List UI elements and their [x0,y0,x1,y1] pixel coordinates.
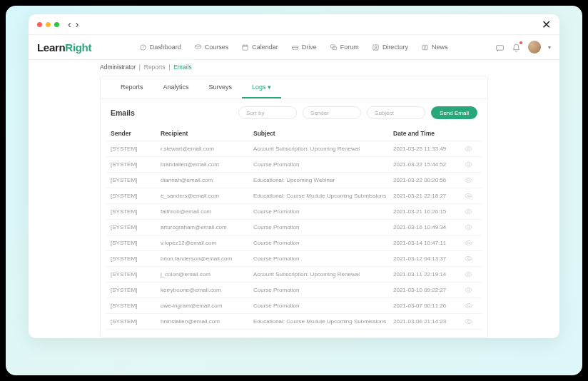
svg-rect-2 [292,46,298,49]
cell-subject: Course Promotion [253,208,393,215]
eye-icon[interactable] [465,302,472,310]
col-subject: Subject [253,130,393,137]
cell-subject: Educational: Upcoming Webinar [253,177,393,183]
cell-subject: Course Promotion [253,303,393,309]
eye-icon[interactable] [465,318,472,325]
cell-subject: Course Promotion [253,287,393,293]
window-minimize-dot[interactable] [46,22,51,27]
cell-recipient: e_sanders@email.com [161,193,253,199]
eye-icon[interactable] [465,255,472,263]
table-row: [SYSTEM]v.lopez12@email.comCourse Promot… [106,235,482,251]
tab-logs[interactable]: Logs ▾ [242,76,281,98]
col-recipient: Recipient [161,130,253,137]
cell-subject: Educational: Course Module Upcoming Subm… [253,318,393,325]
table-row: [SYSTEM]e_sanders@email.comEducational: … [106,188,482,204]
svg-point-16 [467,258,470,260]
breadcrumb-current: Emails [173,64,192,71]
nav-calendar[interactable]: Calendar [241,44,278,51]
cell-datetime: 2021-03-21 16:26:15 [393,208,465,215]
nav-directory[interactable]: Directory [372,44,408,51]
cell-recipient: brandallen@email.com [161,161,253,168]
cell-subject: Course Promotion [253,224,393,230]
nav-courses[interactable]: Courses [194,44,229,51]
sort-by-input[interactable] [238,106,297,119]
eye-icon[interactable] [465,270,472,278]
browser-window: ‹ › ✕ LearnRight DashboardCoursesCalenda… [29,14,559,338]
nav-forward-icon[interactable]: › [74,19,81,30]
cell-datetime: 2021-03-21 22:18:27 [393,193,465,199]
cell-sender: [SYSTEM] [111,255,161,262]
tab-reports[interactable]: Reports [111,76,153,98]
table-row: [SYSTEM]j_colon@email.comAccount Subscri… [106,267,482,283]
nav-label: Calendar [252,44,278,51]
svg-point-19 [467,305,470,307]
svg-point-11 [467,179,470,181]
cell-subject: Course Promotion [253,255,393,262]
eye-icon[interactable] [465,286,472,294]
logo[interactable]: LearnRight [37,41,91,54]
traffic-lights [37,22,59,27]
col-datetime: Date and Time [393,130,465,137]
eye-icon[interactable] [465,192,472,200]
cell-sender: [SYSTEM] [111,208,161,215]
svg-rect-4 [333,46,337,49]
svg-point-6 [375,46,377,48]
table-row: [SYSTEM]brandallen@email.comCourse Promo… [106,157,482,173]
svg-rect-1 [243,45,248,50]
cell-sender: [SYSTEM] [111,240,161,246]
chevron-down-icon[interactable]: ▾ [548,44,551,51]
cell-recipient: kerryboone@email.com [161,287,253,293]
svg-point-10 [467,163,470,166]
logo-part1: Learn [37,41,65,54]
table-row: [SYSTEM]kerryboone@email.comCourse Promo… [106,283,482,298]
tab-analytics[interactable]: Analytics [153,76,199,98]
svg-point-14 [467,226,470,228]
cell-datetime: 2021-03-25 11:33:49 [393,146,465,152]
subject-input[interactable] [367,106,425,119]
eye-icon[interactable] [465,239,472,247]
sender-input[interactable] [303,106,361,119]
eye-icon[interactable] [465,161,472,168]
table-row: [SYSTEM]arturograham@email.comCourse Pro… [106,220,482,235]
chat-icon[interactable] [495,43,505,52]
table-row: [SYSTEM]faithrob@email.comCourse Promoti… [106,204,482,220]
window-maximize-dot[interactable] [54,22,59,27]
avatar[interactable] [528,41,541,54]
nav-back-icon[interactable]: ‹ [66,19,73,30]
breadcrumb-mid[interactable]: Reports [144,64,166,71]
eye-icon[interactable] [465,145,472,153]
cell-datetime: 2021-03-07 00:11:26 [393,303,465,309]
nav-drive[interactable]: Drive [291,44,317,51]
cell-subject: Course Promotion [253,240,393,246]
cell-subject: Account Subscription: Upcoming Renewal [253,271,393,278]
cell-recipient: r.stewart@email.com [161,146,253,152]
cell-sender: [SYSTEM] [111,303,161,309]
eye-icon[interactable] [465,223,472,231]
cell-subject: Course Promotion [253,161,393,168]
nav-label: Forum [340,44,359,51]
svg-point-12 [467,195,470,197]
nav-forum[interactable]: Forum [330,44,359,51]
breadcrumb-root[interactable]: Administrator [100,64,136,71]
send-email-button[interactable]: Send Email [431,106,477,119]
cell-sender: [SYSTEM] [111,146,161,152]
table-row: [SYSTEM]owe-ingram@email.comCourse Promo… [106,298,482,314]
svg-point-17 [467,273,470,275]
close-icon[interactable]: ✕ [542,18,551,31]
cell-datetime: 2021-03-22 00:20:56 [393,177,465,183]
cell-subject: Account Subscription: Upcoming Renewal [253,146,393,152]
table-row: [SYSTEM]diannah@email.comEducational: Up… [106,173,482,188]
cell-sender: [SYSTEM] [111,271,161,278]
eye-icon[interactable] [465,208,472,215]
svg-point-15 [467,242,470,244]
nav-dashboard[interactable]: Dashboard [139,44,181,51]
logo-part2: Right [65,41,91,54]
nav-news[interactable]: News [421,44,448,51]
toolbar: Emails Send Email [101,99,487,126]
eye-icon[interactable] [465,176,472,184]
window-close-dot[interactable] [37,22,42,27]
tab-surveys[interactable]: Surveys [199,76,243,98]
notification-badge [519,41,522,44]
bell-icon[interactable] [512,43,521,52]
cell-datetime: 2021-03-16 10:49:34 [393,224,465,230]
